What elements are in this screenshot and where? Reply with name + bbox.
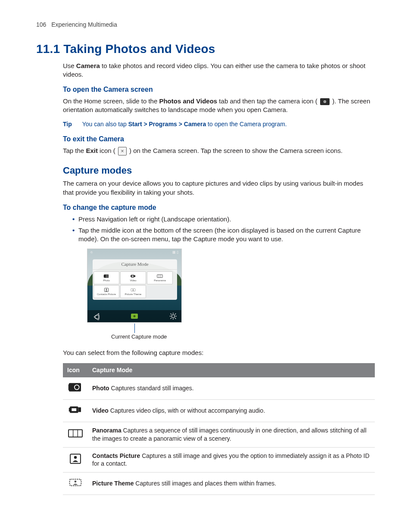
text: On the Home screen, slide to the	[63, 97, 159, 105]
text: icon (	[98, 147, 117, 154]
table-row: Video Captures video clips, with or with…	[63, 399, 375, 422]
table-intro: You can select from the following captur…	[63, 348, 375, 357]
mode-name: Video	[92, 407, 109, 414]
mode-desc: Captures video clips, with or without ac…	[109, 407, 265, 414]
mode-name: Panorama	[92, 427, 121, 434]
heading-open-camera: To open the Camera screen	[63, 85, 375, 94]
page-title: 11.1 Taking Photos and Videos	[36, 41, 375, 57]
back-icon	[92, 312, 100, 320]
label: Picture Theme	[125, 292, 142, 296]
page-number: 106	[36, 21, 46, 28]
col-mode: Capture Mode	[88, 363, 375, 377]
open-camera-paragraph: On the Home screen, slide to the Photos …	[63, 97, 375, 115]
label: Video	[130, 279, 136, 282]
gear-icon	[169, 312, 177, 320]
tab-name: Photos and Videos	[159, 97, 217, 105]
picture-theme-icon	[68, 477, 83, 490]
tip-row: Tip You can also tap Start > Programs > …	[63, 120, 375, 128]
close-icon: ×	[118, 147, 127, 156]
mode-desc: Captures still images and places them wi…	[134, 480, 276, 487]
text: ) on the Camera screen. Tap the screen t…	[128, 147, 342, 154]
menu-path: Start > Programs > Camera	[128, 121, 206, 128]
exit-camera-paragraph: Tap the Exit icon ( × ) on the Camera sc…	[63, 146, 375, 156]
heading-change-mode: To change the capture mode	[63, 203, 375, 212]
mode-name: Photo	[92, 385, 109, 392]
mode-option-photo: Photo	[93, 271, 119, 284]
intro-paragraph: Use Camera to take photos and record vid…	[63, 62, 375, 79]
capture-mode-panel: Capture Mode Photo Video Panorama Contac…	[93, 259, 177, 300]
mode-option-contacts: Contacts Picture	[93, 285, 119, 298]
mode-option-theme: Picture Theme	[120, 285, 146, 298]
list-item: Press Navigation left or right (Landscap…	[72, 215, 375, 224]
text: Tap the	[63, 147, 86, 154]
label: Contacts Picture	[97, 292, 116, 296]
exit-label: Exit	[86, 147, 98, 154]
table-row: Contacts Picture Captures a still image …	[63, 447, 375, 473]
mode-option-panorama: Panorama	[147, 271, 173, 284]
current-mode-icon	[131, 314, 138, 319]
text: to take photos and record video clips. Y…	[63, 62, 365, 78]
mode-desc: Captures a sequence of still images cont…	[92, 427, 367, 442]
col-icon: Icon	[63, 363, 88, 377]
screenshot-caption: Current Capture mode	[111, 333, 375, 341]
text: to open the Camera program.	[206, 121, 287, 128]
table-header-row: Icon Capture Mode	[63, 363, 375, 377]
mode-desc: Captures standard still images.	[109, 385, 194, 392]
video-icon	[68, 404, 83, 417]
table-row: Picture Theme Captures still images and …	[63, 473, 375, 495]
photo-icon	[68, 382, 83, 395]
contacts-picture-icon	[68, 453, 83, 467]
app-name: Camera	[76, 62, 100, 69]
section-title: Experiencing Multimedia	[51, 21, 117, 28]
heading-capture-modes: Capture modes	[63, 164, 375, 177]
tip-text: You can also tap Start > Programs > Came…	[82, 120, 287, 128]
mode-option-video: Video	[120, 271, 146, 284]
label: Panorama	[154, 279, 166, 282]
heading-exit-camera: To exit the Camera	[63, 134, 375, 144]
tip-label: Tip	[63, 120, 72, 128]
camera-icon	[320, 98, 330, 105]
callout-line	[134, 324, 135, 333]
mode-name: Picture Theme	[92, 480, 134, 487]
page-header: 106 Experiencing Multimedia	[36, 21, 375, 29]
change-mode-list: Press Navigation left or right (Landscap…	[72, 215, 375, 244]
list-item: Tap the middle icon at the bottom of the…	[72, 226, 375, 244]
table-row: Photo Captures standard still images.	[63, 377, 375, 399]
text: You can also tap	[82, 121, 128, 128]
capture-intro: The camera on your device allows you to …	[63, 179, 375, 197]
capture-modes-table: Icon Capture Mode Photo Captures standar…	[63, 363, 375, 495]
panorama-icon	[68, 428, 83, 441]
panel-title: Capture Mode	[93, 259, 177, 270]
mode-name: Contacts Picture	[92, 452, 140, 459]
text: Use	[63, 62, 76, 69]
capture-mode-screenshot: ⎋▦ ▯ Capture Mode Photo Video Panorama C…	[87, 249, 182, 323]
label: Photo	[103, 279, 110, 282]
text: tab and then tap the camera icon (	[217, 97, 319, 105]
table-row: Panorama Captures a sequence of still im…	[63, 422, 375, 447]
